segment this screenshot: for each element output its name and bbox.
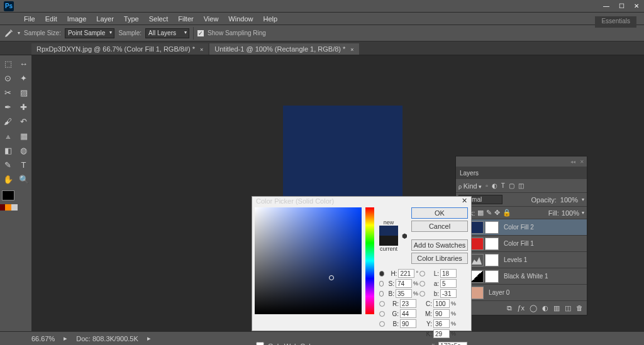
filter-pixel-icon[interactable]: ▫: [486, 182, 488, 189]
l-radio[interactable]: [419, 271, 425, 277]
filter-shape-icon[interactable]: ▢: [509, 182, 514, 189]
lab-b-input[interactable]: [440, 289, 457, 298]
r-radio[interactable]: [379, 301, 385, 307]
maximize-button[interactable]: ☐: [614, 1, 629, 11]
new-layer-icon[interactable]: ◫: [565, 304, 571, 312]
menu-file[interactable]: File: [19, 15, 40, 23]
a-input[interactable]: [440, 279, 457, 288]
h-input[interactable]: [398, 269, 414, 278]
layer-row[interactable]: 👁 Color Fill 1: [456, 236, 587, 252]
document-tab-1[interactable]: RpxDp3DXYN.jpg @ 66.7% (Color Fill 1, RG…: [31, 43, 208, 55]
close-button[interactable]: ✕: [629, 1, 644, 11]
hex-input[interactable]: [438, 342, 467, 345]
document-tab-2[interactable]: Untitled-1 @ 100% (Rectangle 1, RGB/8) *…: [209, 43, 358, 55]
hand-tool[interactable]: ✋: [1, 172, 15, 186]
layer-thumbnail[interactable]: [470, 254, 484, 266]
menu-image[interactable]: Image: [62, 15, 92, 23]
mini-swatch[interactable]: [0, 204, 5, 211]
lock-pos-icon[interactable]: ✥: [494, 209, 500, 217]
lock-pixel-icon[interactable]: ✎: [486, 209, 492, 217]
y-input[interactable]: [433, 319, 450, 328]
wand-tool[interactable]: ✦: [17, 71, 31, 85]
layer-mask[interactable]: [485, 270, 499, 283]
g-input[interactable]: [400, 309, 416, 318]
warning-icon[interactable]: ⬢: [402, 233, 408, 239]
k-input[interactable]: [433, 329, 450, 338]
menu-layer[interactable]: Layer: [91, 15, 119, 23]
slice-tool[interactable]: ▨: [17, 85, 31, 99]
fx-icon[interactable]: ƒx: [517, 304, 525, 312]
eyedropper-tool[interactable]: ✒: [1, 100, 15, 114]
layer-thumbnail[interactable]: [470, 287, 484, 299]
zoom-level[interactable]: 66.67%: [31, 335, 55, 342]
chevron-right-icon[interactable]: ▸: [64, 334, 67, 342]
lab-b-radio[interactable]: [419, 291, 425, 297]
layer-name[interactable]: Color Fill 1: [504, 240, 534, 247]
add-swatches-button[interactable]: Add to Swatches: [411, 239, 468, 251]
layers-tab[interactable]: Layers: [456, 167, 587, 179]
chevron-right-icon[interactable]: ▸: [147, 334, 151, 342]
r-input[interactable]: [400, 299, 416, 308]
panel-handle[interactable]: ◂◂ ✕: [456, 156, 587, 167]
type-tool[interactable]: T: [17, 158, 31, 172]
canvas-area[interactable]: ◂◂ ✕ Layers ρ Kind ▾ ▫ ◐ T ▢ ◫ Normal Op…: [31, 55, 644, 331]
filter-type-icon[interactable]: T: [501, 182, 505, 189]
mask-icon[interactable]: ◯: [530, 304, 537, 312]
chevron-down-icon[interactable]: ▾: [582, 197, 584, 202]
lock-trans-icon[interactable]: ▩: [477, 209, 484, 217]
tab-close-icon[interactable]: ×: [350, 47, 353, 53]
chevron-down-icon[interactable]: ▾: [18, 30, 20, 36]
menu-edit[interactable]: Edit: [40, 15, 62, 23]
tab-close-icon[interactable]: ×: [200, 47, 203, 53]
bv-input[interactable]: [396, 289, 412, 298]
menu-filter[interactable]: Filter: [173, 15, 198, 23]
sample-select[interactable]: All Layers: [145, 28, 189, 38]
g-radio[interactable]: [379, 311, 385, 317]
crop-tool[interactable]: ✂: [1, 85, 15, 99]
fill-value[interactable]: 100%: [562, 209, 579, 217]
layer-name[interactable]: Black & White 1: [504, 273, 548, 280]
trash-icon[interactable]: 🗑: [576, 304, 583, 312]
filter-smart-icon[interactable]: ◫: [518, 182, 524, 189]
lasso-tool[interactable]: ⊙: [1, 71, 15, 85]
menu-view[interactable]: View: [199, 15, 224, 23]
layer-name[interactable]: Color Fill 2: [504, 224, 534, 231]
h-radio[interactable]: [379, 271, 384, 277]
dialog-close-icon[interactable]: ✕: [462, 197, 467, 205]
move-tool[interactable]: ↔: [17, 57, 31, 70]
menu-window[interactable]: Window: [223, 15, 258, 23]
gradient-tool[interactable]: ▦: [17, 129, 31, 143]
blur-tool[interactable]: ◍: [17, 143, 31, 157]
layer-mask[interactable]: [485, 238, 499, 250]
s-input[interactable]: [396, 279, 412, 288]
foreground-swatch[interactable]: [2, 190, 14, 200]
m-input[interactable]: [433, 309, 450, 318]
brush-tool[interactable]: 🖌: [1, 114, 15, 128]
hue-slider[interactable]: [365, 207, 374, 314]
a-radio[interactable]: [419, 281, 425, 287]
layer-name[interactable]: Layer 0: [489, 289, 509, 296]
history-brush-tool[interactable]: ↶: [17, 114, 31, 128]
color-field[interactable]: [255, 207, 362, 314]
menu-help[interactable]: Help: [258, 15, 282, 23]
color-libraries-button[interactable]: Color Libraries: [411, 253, 468, 264]
layer-mask[interactable]: [485, 254, 499, 266]
layer-row[interactable]: 👁 Layer 0: [456, 285, 587, 301]
filter-adjust-icon[interactable]: ◐: [492, 182, 497, 189]
menu-select[interactable]: Select: [144, 15, 174, 23]
b-radio[interactable]: [379, 291, 384, 297]
link-layers-icon[interactable]: ⧉: [507, 304, 512, 312]
dialog-titlebar[interactable]: Color Picker (Solid Color) ✕: [252, 197, 471, 205]
layer-thumbnail[interactable]: [470, 238, 484, 250]
bb-input[interactable]: [400, 319, 416, 328]
l-input[interactable]: [440, 269, 457, 278]
color-cursor[interactable]: [329, 275, 334, 280]
layer-mask[interactable]: [485, 221, 499, 234]
show-ring-checkbox[interactable]: ✓: [197, 30, 204, 36]
heal-tool[interactable]: ✚: [17, 100, 31, 114]
folder-icon[interactable]: ▥: [553, 304, 560, 312]
cancel-button[interactable]: Cancel: [411, 221, 468, 232]
eraser-tool[interactable]: ◧: [1, 143, 15, 157]
filter-kind[interactable]: ρ Kind ▾: [458, 182, 482, 190]
only-web-checkbox[interactable]: [256, 342, 264, 345]
